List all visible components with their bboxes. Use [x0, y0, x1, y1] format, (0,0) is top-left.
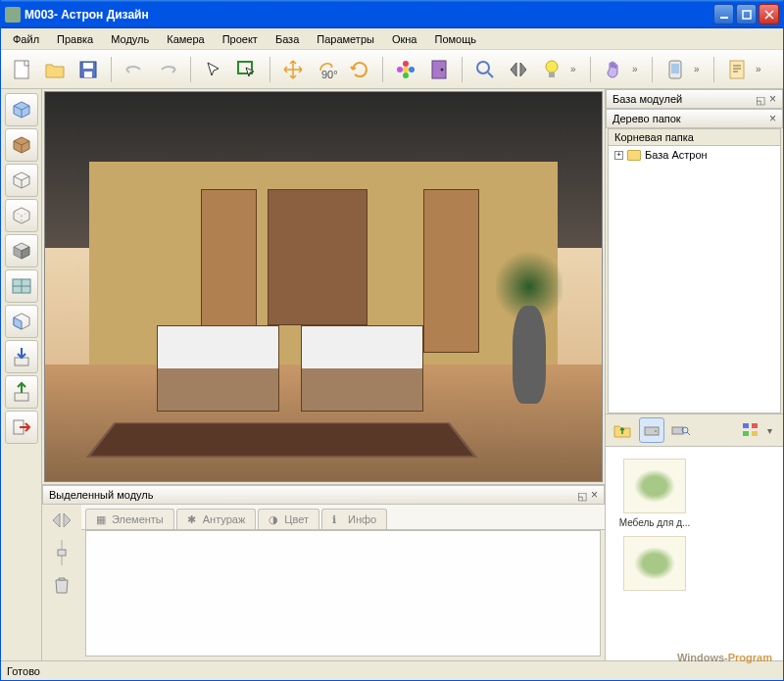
close-icon — [764, 10, 774, 20]
menu-base[interactable]: База — [268, 31, 307, 47]
open-folder-icon — [44, 60, 66, 79]
thumbs-icon — [742, 422, 760, 438]
svg-text:90°: 90° — [321, 69, 337, 80]
svg-rect-0 — [720, 17, 728, 19]
materials-button[interactable] — [391, 55, 420, 84]
maximize-icon — [742, 10, 752, 20]
bookshelf — [268, 189, 368, 325]
menu-project[interactable]: Проект — [215, 31, 266, 47]
light-button[interactable] — [537, 55, 566, 84]
tab-color-label: Цвет — [284, 513, 309, 525]
menu-params[interactable]: Параметры — [309, 31, 382, 47]
folder-up-button[interactable] — [610, 417, 635, 443]
toolbar-separator — [270, 57, 270, 82]
cube-outline-icon — [10, 170, 33, 190]
thumb-label: Мебель для д... — [617, 517, 692, 528]
3d-viewport[interactable] — [44, 91, 603, 482]
new-button[interactable] — [7, 55, 36, 84]
tab-color[interactable]: ◑Цвет — [258, 509, 319, 529]
panel-close-button[interactable]: × — [769, 112, 776, 125]
search-button[interactable] — [668, 417, 694, 443]
undock-icon[interactable]: ◱ — [577, 490, 587, 500]
mirror-button[interactable] — [504, 55, 533, 84]
svg-rect-29 — [672, 427, 683, 434]
import-button[interactable] — [5, 340, 38, 373]
toolbar-overflow[interactable]: » — [756, 64, 767, 74]
undock-icon[interactable]: ◱ — [756, 94, 765, 104]
slider-tool[interactable] — [57, 538, 67, 567]
pan-button[interactable] — [599, 55, 628, 84]
toolbar-separator — [713, 57, 714, 82]
menu-file[interactable]: Файл — [5, 31, 47, 47]
exit-button[interactable] — [5, 411, 38, 444]
tree-item[interactable]: + База Астрон — [609, 146, 780, 164]
trash-tool[interactable] — [53, 575, 71, 595]
select-button[interactable] — [199, 55, 228, 84]
rotate-button[interactable] — [345, 55, 374, 84]
selected-module-header[interactable]: Выделенный модуль ◱ × — [42, 485, 605, 505]
move-button[interactable] — [278, 55, 308, 84]
tab-info[interactable]: ℹИнфо — [321, 509, 387, 529]
menu-help[interactable]: Помощь — [426, 31, 484, 47]
module-base-header[interactable]: База модулей ◱ × — [606, 89, 783, 109]
view-shaded-button[interactable] — [5, 234, 38, 268]
cube-hidden-icon — [10, 206, 33, 225]
view-wireframe-button[interactable] — [5, 93, 38, 126]
device-button[interactable] — [661, 55, 690, 84]
folder-tree[interactable]: Корневая папка + База Астрон — [608, 128, 781, 413]
tree-root-label[interactable]: Корневая папка — [609, 129, 780, 146]
menu-edit[interactable]: Правка — [49, 31, 101, 47]
panel-close-button[interactable]: × — [769, 92, 776, 106]
view-outline-button[interactable] — [5, 164, 38, 197]
thumbnail-area[interactable]: Мебель для д... — [606, 447, 783, 660]
svg-rect-23 — [15, 393, 28, 401]
rotate90-button[interactable]: 90° — [312, 55, 341, 84]
view-side-button[interactable] — [5, 305, 38, 338]
menu-module[interactable]: Модуль — [103, 31, 157, 47]
view-list-button[interactable] — [639, 417, 664, 443]
view-window-button[interactable] — [5, 269, 38, 303]
save-button[interactable] — [74, 55, 103, 84]
report-icon — [728, 59, 746, 80]
tab-entourage[interactable]: ✱Антураж — [176, 509, 257, 529]
titlebar[interactable]: М003- Астрон Дизайн — [1, 0, 783, 28]
report-button[interactable] — [722, 55, 752, 84]
minimize-button[interactable] — [713, 4, 734, 24]
zoom-button[interactable] — [470, 55, 500, 84]
toolbar-overflow[interactable]: » — [694, 64, 706, 74]
folder-tree-header[interactable]: Дерево папок × — [606, 109, 783, 128]
app-window: М003- Астрон Дизайн Файл Правка Модуль К… — [0, 0, 784, 681]
mirror-tool[interactable] — [50, 511, 74, 530]
svg-rect-4 — [83, 63, 93, 69]
export-button[interactable] — [5, 375, 38, 409]
thumb-item[interactable]: Мебель для д... — [617, 459, 692, 528]
door-button[interactable] — [424, 55, 454, 84]
toolbar-overflow[interactable]: » — [632, 64, 644, 74]
panel-close-button[interactable]: × — [591, 488, 598, 502]
info-icon: ℹ — [332, 513, 344, 525]
view-mode-button[interactable] — [738, 417, 763, 443]
close-button[interactable] — [759, 4, 779, 24]
thumb-item[interactable] — [617, 536, 692, 595]
tab-elements[interactable]: ▦Элементы — [85, 509, 174, 529]
expand-icon[interactable]: + — [614, 151, 623, 160]
status-text: Готово — [7, 665, 40, 677]
open-button[interactable] — [40, 55, 70, 84]
dropdown-icon[interactable]: ▾ — [767, 425, 779, 436]
view-hidden-button[interactable] — [5, 199, 38, 232]
cabinet-right — [423, 189, 479, 353]
toolbar-overflow[interactable]: » — [570, 64, 582, 74]
bulb-icon — [544, 59, 560, 80]
cube-front-icon — [10, 312, 33, 331]
redo-button[interactable] — [153, 55, 182, 84]
mirror-icon — [508, 60, 529, 79]
svg-rect-1 — [743, 11, 751, 19]
menu-windows[interactable]: Окна — [384, 31, 425, 47]
undo-button[interactable] — [120, 55, 149, 84]
view-solid-button[interactable] — [5, 128, 38, 162]
maximize-button[interactable] — [736, 4, 757, 24]
folder-up-icon — [612, 421, 632, 439]
select-area-button[interactable] — [232, 55, 262, 84]
new-file-icon — [12, 59, 31, 80]
menu-camera[interactable]: Камера — [159, 31, 212, 47]
